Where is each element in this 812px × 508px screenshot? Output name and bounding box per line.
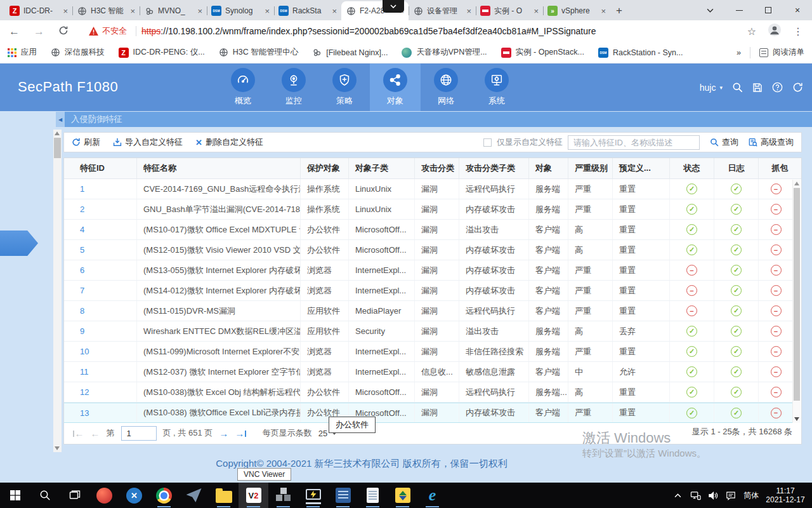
username[interactable]: hujc bbox=[700, 83, 716, 93]
table-row[interactable]: 6(MS13-055)微软 Internet Explorer 内存破坏...浏… bbox=[64, 260, 793, 281]
scroll-up-icon[interactable] bbox=[794, 182, 799, 185]
only-custom-checkbox[interactable] bbox=[483, 138, 492, 147]
tray-expand-chevron-icon[interactable] bbox=[669, 483, 686, 508]
taskbar-filezilla[interactable] bbox=[388, 483, 417, 508]
table-row[interactable]: 13(MS10-038) 微软Office Excel Lbl记录内存损...办… bbox=[64, 403, 793, 423]
first-page-button[interactable]: ← bbox=[73, 429, 84, 438]
status-toggle-icon[interactable]: ✓ bbox=[686, 204, 697, 215]
tab-close-icon[interactable]: × bbox=[130, 6, 135, 16]
status-toggle-icon[interactable]: ✓ bbox=[686, 408, 697, 418]
signature-id-link[interactable]: 7 bbox=[80, 286, 84, 295]
status-toggle-icon[interactable]: − bbox=[686, 285, 697, 296]
log-toggle-icon[interactable]: ✓ bbox=[731, 265, 742, 276]
user-menu-caret-icon[interactable]: ▾ bbox=[719, 84, 723, 91]
taskbar-search-button[interactable] bbox=[30, 483, 60, 508]
capture-toggle-icon[interactable]: − bbox=[771, 408, 782, 418]
volume-icon[interactable] bbox=[704, 483, 722, 508]
status-toggle-icon[interactable]: − bbox=[686, 265, 697, 276]
column-header[interactable]: 特征ID bbox=[64, 158, 137, 178]
capture-toggle-icon[interactable]: − bbox=[771, 305, 782, 316]
bookmark-item[interactable]: 天音移动VPN管理... bbox=[402, 47, 487, 58]
taskbar-vnc-viewer[interactable]: V2 bbox=[239, 483, 268, 508]
log-toggle-icon[interactable]: ✓ bbox=[731, 387, 742, 398]
nav-item-network[interactable]: 网络 bbox=[421, 64, 471, 111]
nav-item-system[interactable]: 系统 bbox=[471, 64, 522, 111]
advanced-query-button[interactable]: 高级查询 bbox=[749, 137, 794, 148]
capture-toggle-icon[interactable]: − bbox=[771, 387, 782, 398]
browser-tab[interactable]: DSMSynolog× bbox=[207, 1, 274, 20]
status-toggle-icon[interactable]: ✓ bbox=[686, 224, 697, 235]
column-header[interactable]: 状态 bbox=[670, 158, 714, 178]
table-row[interactable]: 4(MS10-017)微软 Office Excel MDXTUPLE 记...… bbox=[64, 220, 793, 240]
browser-menu-icon[interactable]: ⋮ bbox=[793, 25, 803, 37]
taskbar-app-red-ball[interactable] bbox=[89, 483, 119, 508]
signature-id-link[interactable]: 9 bbox=[80, 326, 84, 336]
bookmark-item[interactable]: ZIDC-DR-PENG: 仪... bbox=[119, 47, 205, 58]
taskbar-file-explorer[interactable] bbox=[209, 483, 239, 508]
logout-refresh-icon[interactable] bbox=[792, 82, 803, 93]
help-icon[interactable] bbox=[772, 82, 783, 93]
signature-id-link[interactable]: 2 bbox=[80, 204, 84, 214]
bookmarks-overflow-button[interactable]: » bbox=[737, 48, 741, 57]
taskbar-app-plane[interactable] bbox=[179, 483, 209, 508]
collapse-panel-arrow-icon[interactable]: ◀ bbox=[56, 112, 65, 127]
capture-toggle-icon[interactable]: − bbox=[771, 204, 782, 215]
ime-indicator[interactable]: 简体 bbox=[740, 483, 763, 508]
back-button[interactable]: ← bbox=[9, 26, 20, 37]
tab-close-icon[interactable]: × bbox=[466, 6, 471, 16]
table-scrollbar[interactable] bbox=[792, 180, 801, 423]
bookmark-item[interactable]: [Filebeat Nginx]... bbox=[312, 48, 388, 57]
signature-id-link[interactable]: 10 bbox=[80, 347, 89, 356]
notifications-icon[interactable] bbox=[722, 483, 740, 508]
table-row[interactable]: 11(MS12-037) 微软 Internet Explorer 空字节信..… bbox=[64, 362, 793, 382]
column-header[interactable]: 日志 bbox=[714, 158, 759, 178]
taskbar-app-panel[interactable] bbox=[328, 483, 358, 508]
apps-shortcut[interactable]: 应用 bbox=[8, 47, 37, 58]
taskbar-internet-explorer[interactable]: e bbox=[417, 483, 447, 508]
taskbar-notepad[interactable] bbox=[358, 483, 388, 508]
task-view-button[interactable] bbox=[60, 483, 89, 508]
browser-tab[interactable]: »vSphere× bbox=[543, 1, 610, 20]
tab-close-icon[interactable]: × bbox=[332, 6, 337, 16]
table-row[interactable]: 9Wireshark ENTTEC DMX数据REL缓冲区溢出...应用软件Se… bbox=[64, 321, 793, 342]
log-toggle-icon[interactable]: ✓ bbox=[731, 224, 742, 235]
refresh-button[interactable]: 刷新 bbox=[72, 137, 100, 148]
log-toggle-icon[interactable]: ✓ bbox=[731, 346, 742, 357]
network-icon[interactable] bbox=[686, 483, 704, 508]
table-row[interactable]: 10(MS11-099)Microsoft Internet Explorer不… bbox=[64, 342, 793, 362]
signature-id-link[interactable]: 11 bbox=[80, 367, 89, 377]
browser-profile-chevron-icon[interactable] bbox=[695, 0, 724, 20]
scrollbar-thumb[interactable] bbox=[54, 138, 61, 158]
signature-id-link[interactable]: 4 bbox=[80, 225, 84, 234]
next-page-button[interactable]: → bbox=[219, 429, 228, 438]
window-minimize-button[interactable] bbox=[724, 0, 754, 20]
tab-close-icon[interactable]: × bbox=[534, 6, 539, 16]
reading-list-button[interactable]: 阅读清单 bbox=[759, 47, 804, 58]
column-header[interactable]: 保护对象 bbox=[301, 158, 349, 178]
status-toggle-icon[interactable]: ✓ bbox=[686, 244, 697, 255]
start-button[interactable] bbox=[0, 483, 30, 508]
query-button[interactable]: 查询 bbox=[710, 137, 738, 148]
table-row[interactable]: 8(MS11-015)DVR-MS漏洞应用软件MediaPlayer漏洞远程代码… bbox=[64, 301, 793, 321]
tab-close-icon[interactable]: × bbox=[197, 6, 202, 16]
scroll-down-icon[interactable] bbox=[55, 446, 60, 450]
bookmark-item[interactable]: 深信服科技 bbox=[51, 47, 105, 58]
new-tab-button[interactable]: + bbox=[610, 2, 628, 20]
log-toggle-icon[interactable]: ✓ bbox=[731, 204, 742, 215]
browser-tab[interactable]: DSMRackSta× bbox=[274, 1, 341, 20]
table-row[interactable]: 1CVE-2014-7169_GNU_Bash远程命令执行漏洞操作系统Linux… bbox=[64, 179, 793, 199]
sidebar-expand-handle[interactable] bbox=[0, 231, 38, 256]
log-toggle-icon[interactable]: ✓ bbox=[731, 408, 742, 418]
taskbar-app-gray[interactable] bbox=[268, 483, 298, 508]
signature-id-link[interactable]: 13 bbox=[80, 408, 89, 418]
table-row[interactable]: 12(MS10-038)微软 Excel Obj 结构解析远程代码...办公软件… bbox=[64, 382, 793, 403]
scroll-up-icon[interactable] bbox=[55, 131, 60, 135]
left-scrollbar[interactable] bbox=[53, 130, 62, 452]
window-close-button[interactable]: × bbox=[783, 0, 812, 20]
tab-close-icon[interactable]: × bbox=[601, 6, 606, 16]
column-header[interactable]: 特征名称 bbox=[137, 158, 301, 178]
status-toggle-icon[interactable]: ✓ bbox=[686, 184, 697, 194]
log-toggle-icon[interactable]: ✓ bbox=[731, 366, 742, 377]
tab-close-icon[interactable]: × bbox=[63, 6, 68, 16]
signature-id-link[interactable]: 12 bbox=[80, 387, 89, 397]
